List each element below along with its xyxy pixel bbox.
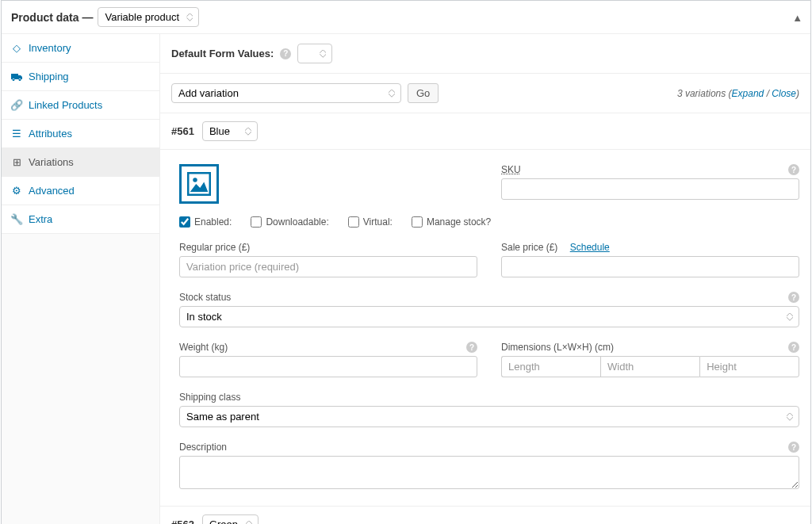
- sidebar-item-variations[interactable]: ⊞ Variations: [2, 148, 159, 177]
- panel-header: Product data — Variable product ▲: [2, 1, 810, 34]
- go-button[interactable]: Go: [408, 83, 439, 103]
- width-input[interactable]: [600, 356, 699, 377]
- variations-count-text: 3 variations (Expand / Close): [677, 88, 799, 99]
- variation-id: #562: [171, 518, 194, 524]
- virtual-checkbox[interactable]: [348, 216, 359, 228]
- sidebar: ◇ Inventory Shipping 🔗 Linked Products ☰…: [2, 34, 160, 524]
- weight-input[interactable]: [179, 356, 477, 377]
- virtual-checkbox-wrap[interactable]: Virtual:: [348, 216, 393, 228]
- default-form-values-select[interactable]: [297, 44, 332, 63]
- help-icon[interactable]: ?: [788, 342, 799, 353]
- sidebar-item-label: Inventory: [29, 42, 71, 54]
- help-icon[interactable]: ?: [788, 292, 799, 303]
- sidebar-item-label: Extra: [29, 213, 52, 225]
- close-link[interactable]: Close: [772, 88, 796, 99]
- sidebar-item-label: Shipping: [29, 71, 69, 82]
- checkbox-row: Enabled: Downloadable: Virtual: Manage s…: [179, 216, 799, 228]
- variation-details: SKU ? Enabled: Downloadable:: [160, 150, 810, 507]
- sidebar-item-label: Variations: [29, 156, 74, 168]
- shipping-class-select[interactable]: Same as parent: [179, 406, 799, 427]
- variation-attribute-select[interactable]: Blue: [202, 121, 258, 141]
- sidebar-item-advanced[interactable]: ⚙ Advanced: [2, 177, 159, 205]
- variation-row[interactable]: #561 Blue: [160, 113, 810, 150]
- variation-action-select[interactable]: Add variation: [171, 83, 401, 103]
- sale-price-input[interactable]: [501, 256, 799, 277]
- variation-attribute-select[interactable]: Green: [202, 514, 259, 524]
- enabled-checkbox[interactable]: [179, 216, 190, 228]
- downloadable-checkbox-wrap[interactable]: Downloadable:: [251, 216, 328, 228]
- stock-status-label: Stock status: [179, 292, 231, 303]
- product-type-select[interactable]: Variable product: [98, 7, 199, 27]
- variation-id: #561: [171, 125, 194, 137]
- length-input[interactable]: [501, 356, 600, 377]
- help-icon[interactable]: ?: [466, 342, 477, 353]
- sidebar-item-label: Attributes: [29, 128, 72, 140]
- sku-input[interactable]: [501, 178, 799, 200]
- collapse-toggle-icon[interactable]: ▲: [792, 11, 802, 23]
- height-input[interactable]: [699, 356, 799, 377]
- expand-link[interactable]: Expand: [732, 88, 764, 99]
- shipping-icon: [11, 72, 22, 82]
- sidebar-item-inventory[interactable]: ◇ Inventory: [2, 34, 159, 63]
- manage-stock-checkbox[interactable]: [412, 216, 423, 228]
- stock-status-select[interactable]: In stock: [179, 306, 799, 327]
- variation-row[interactable]: #562 Green: [160, 507, 810, 524]
- product-data-panel: Product data — Variable product ▲ ◇ Inve…: [1, 0, 811, 524]
- sku-label: SKU: [501, 164, 521, 175]
- manage-stock-checkbox-wrap[interactable]: Manage stock?: [412, 216, 491, 228]
- enabled-checkbox-wrap[interactable]: Enabled:: [179, 216, 232, 228]
- variation-actions-toolbar: Add variation Go 3 variations (Expand / …: [160, 74, 810, 113]
- content-area: Default Form Values: ? Add variation Go …: [160, 34, 810, 524]
- regular-price-label: Regular price (£): [179, 242, 477, 253]
- svg-point-1: [193, 178, 197, 182]
- description-label: Description: [179, 442, 227, 453]
- downloadable-checkbox[interactable]: [251, 216, 262, 228]
- panel-title: Product data —: [11, 11, 93, 24]
- description-textarea[interactable]: [179, 456, 799, 489]
- wrench-icon: 🔧: [11, 213, 22, 225]
- weight-label: Weight (kg): [179, 342, 228, 353]
- attributes-icon: ☰: [11, 128, 22, 140]
- sidebar-item-label: Advanced: [29, 185, 75, 197]
- help-icon[interactable]: ?: [280, 48, 291, 59]
- variations-icon: ⊞: [11, 156, 22, 168]
- sidebar-item-linked-products[interactable]: 🔗 Linked Products: [2, 91, 159, 120]
- schedule-link[interactable]: Schedule: [570, 242, 610, 253]
- help-icon[interactable]: ?: [788, 164, 799, 175]
- regular-price-input[interactable]: [179, 256, 477, 277]
- gear-icon: ⚙: [11, 185, 22, 197]
- sale-price-label: Sale price (£): [501, 242, 557, 253]
- help-icon[interactable]: ?: [788, 442, 799, 453]
- sidebar-item-shipping[interactable]: Shipping: [2, 63, 159, 91]
- default-form-values-label: Default Form Values:: [171, 48, 274, 59]
- sidebar-item-label: Linked Products: [29, 99, 102, 111]
- shipping-class-label: Shipping class: [179, 392, 799, 403]
- variation-image-upload[interactable]: [179, 164, 219, 204]
- inventory-icon: ◇: [11, 42, 22, 54]
- defaults-toolbar: Default Form Values: ?: [160, 34, 810, 74]
- link-icon: 🔗: [11, 99, 22, 111]
- dimensions-label: Dimensions (L×W×H) (cm): [501, 342, 614, 353]
- sidebar-item-attributes[interactable]: ☰ Attributes: [2, 120, 159, 148]
- sidebar-item-extra[interactable]: 🔧 Extra: [2, 205, 159, 234]
